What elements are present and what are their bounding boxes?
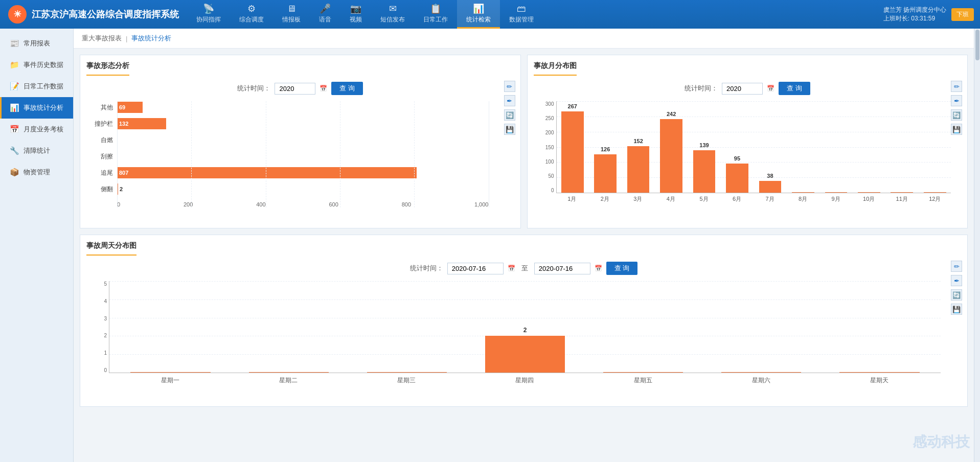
chart1-action-edit[interactable]: ✏ xyxy=(504,81,515,92)
chart1-action-save[interactable]: 💾 xyxy=(504,124,515,135)
chart3-date-to[interactable] xyxy=(534,263,590,274)
breadcrumb-major[interactable]: 重大事故报表 xyxy=(82,34,122,43)
sidebar-item-monthly[interactable]: 📅 月度业务考核 xyxy=(0,119,73,140)
sidebar-item-accident[interactable]: 📊 事故统计分析 xyxy=(0,97,73,119)
vbar-fill-mar: 152 xyxy=(627,146,650,193)
chart1-action-pen[interactable]: ✒ xyxy=(504,95,515,106)
chart3-ctrl-label: 统计时间： xyxy=(410,264,443,273)
chart1-title: 事故形态分析 xyxy=(86,61,129,76)
nav-item-sms[interactable]: ✉ 短信发布 xyxy=(371,0,414,29)
sidebar-icon-history: 📁 xyxy=(10,60,19,70)
nav-item-stats[interactable]: 📊 统计检索 xyxy=(457,0,500,29)
chart1-grid xyxy=(117,101,489,207)
nav-item-xietiao[interactable]: 📡 协同指挥 xyxy=(187,0,230,29)
vbar-fill-tue xyxy=(249,372,329,373)
chart3-y-axis: 0 1 2 3 4 5 xyxy=(86,281,107,373)
chart3-date-from[interactable] xyxy=(447,263,504,274)
logo-icon: ☀ xyxy=(8,5,27,24)
chart2-action-save[interactable]: 💾 xyxy=(951,124,962,135)
chart3-calendar-from-icon[interactable]: 📅 xyxy=(508,265,515,272)
chart3-action-save[interactable]: 💾 xyxy=(951,304,962,315)
nav-item-yuyin[interactable]: 🎤 语音 xyxy=(310,0,340,29)
chart2-title: 事故月分布图 xyxy=(534,61,577,76)
vbar-jun: 95 xyxy=(721,101,753,193)
vbar-val-mar: 152 xyxy=(633,138,643,144)
nav-icon-daily: 📋 xyxy=(430,3,441,14)
vbar-fill-oct xyxy=(858,192,880,193)
vbar-fill-apr: 242 xyxy=(660,119,682,193)
vbar-fill-jun: 95 xyxy=(726,164,748,193)
chart3-action-pen[interactable]: ✒ xyxy=(951,275,962,286)
app-body: 📰 常用报表 📁 事件历史数据 📝 日常工作数据 📊 事故统计分析 📅 月度业务… xyxy=(0,29,980,462)
hbar-label-guardrail: 撞护栏 xyxy=(86,120,116,128)
vbar-val-jul: 38 xyxy=(767,173,773,179)
sidebar-icon-materials: 📦 xyxy=(10,168,19,177)
vbar-val-feb: 126 xyxy=(601,146,610,152)
vbar-sat xyxy=(704,281,818,373)
chart3-query-button[interactable]: 查 询 xyxy=(606,262,638,275)
right-scrollbar[interactable] xyxy=(974,29,980,462)
vbar-val-jun: 95 xyxy=(734,155,740,161)
nav-icon-qingbao: 🖥 xyxy=(287,4,296,14)
vbar-wed xyxy=(350,281,464,373)
hbar-label-other: 其他 xyxy=(86,103,116,112)
chart-accident-form: 事故形态分析 统计时间： 📅 查 询 xyxy=(80,55,521,228)
vbar-tue xyxy=(232,281,346,373)
vbar-jan: 267 xyxy=(557,101,588,193)
vbar-jul: 38 xyxy=(754,101,786,193)
chart3-bars: 2 xyxy=(109,281,941,373)
chart1-year-input[interactable] xyxy=(275,83,315,95)
vbar-val-jan: 267 xyxy=(568,103,577,109)
nav-item-data[interactable]: 🗃 数据管理 xyxy=(500,0,543,29)
vbar-fill-dec xyxy=(924,192,946,193)
chart2-year-input[interactable] xyxy=(722,83,763,95)
header-logo: ☀ 江苏京沪高速公路综合调度指挥系统 xyxy=(0,5,187,24)
sidebar-item-materials[interactable]: 📦 物资管理 xyxy=(0,161,73,183)
vbar-feb: 126 xyxy=(589,101,621,193)
chart2-query-button[interactable]: 查 询 xyxy=(779,82,810,95)
vbar-fill-wed xyxy=(367,372,447,373)
scroll-thumb[interactable] xyxy=(975,30,979,60)
nav-item-qingbao[interactable]: 🖥 情报板 xyxy=(273,0,310,29)
chart1-query-button[interactable]: 查 询 xyxy=(331,82,363,95)
nav-items: 📡 协同指挥 ⚙ 综合调度 🖥 情报板 🎤 语音 📷 视频 ✉ 短信发布 📋 日… xyxy=(187,0,877,29)
chart3-action-edit[interactable]: ✏ xyxy=(951,261,962,272)
vbar-oct xyxy=(853,101,885,193)
nav-icon-stats: 📊 xyxy=(473,3,484,14)
main-content: 重大事故报表 | 事故统计分析 事故形态分析 统计时间： 📅 查 询 xyxy=(74,29,974,462)
chart3-controls: 统计时间： 📅 至 📅 查 询 xyxy=(86,262,961,275)
xiaban-button[interactable]: 下班 xyxy=(951,8,974,21)
vbar-fill-thu: 2 xyxy=(485,336,565,373)
chart2-x-labels: 1月 2月 3月 4月 5月 6月 7月 8月 9月 10月 11月 12月 xyxy=(556,195,951,203)
breadcrumb-sep: | xyxy=(126,35,127,42)
chart2-action-refresh[interactable]: 🔄 xyxy=(951,109,962,121)
vbar-fill-aug xyxy=(792,192,814,193)
chart3-calendar-to-icon[interactable]: 📅 xyxy=(595,265,602,272)
hbar-label-rollover: 侧翻 xyxy=(86,185,116,194)
sidebar-item-reports[interactable]: 📰 常用报表 xyxy=(0,33,73,54)
sidebar-icon-accident: 📊 xyxy=(10,103,19,112)
sidebar-item-history[interactable]: 📁 事件历史数据 xyxy=(0,54,73,76)
sidebar-item-daily-data[interactable]: 📝 日常工作数据 xyxy=(0,76,73,97)
chart1-actions: ✏ ✒ 🔄 💾 xyxy=(504,81,515,135)
chart1-bar-area: 其他 69 撞护栏 132 自燃 xyxy=(86,101,514,222)
nav-item-video[interactable]: 📷 视频 xyxy=(340,0,371,29)
chart3-x-labels: 星期一 星期二 星期三 星期四 星期五 星期六 星期天 xyxy=(109,376,941,385)
header-title: 江苏京沪高速公路综合调度指挥系统 xyxy=(32,8,179,20)
chart2-calendar-icon[interactable]: 📅 xyxy=(767,85,774,92)
vbar-fri xyxy=(586,281,700,373)
chart3-date-to-label: 至 xyxy=(521,264,528,273)
nav-item-daily[interactable]: 📋 日常工作 xyxy=(414,0,457,29)
chart1-action-refresh[interactable]: 🔄 xyxy=(504,109,515,121)
chart3-action-refresh[interactable]: 🔄 xyxy=(951,289,962,301)
chart1-calendar-icon[interactable]: 📅 xyxy=(320,85,327,92)
breadcrumb-accident-analysis[interactable]: 事故统计分析 xyxy=(131,34,171,43)
sidebar-item-qingzhang[interactable]: 🔧 清障统计 xyxy=(0,140,73,161)
chart2-action-edit[interactable]: ✏ xyxy=(951,81,962,92)
vbar-sep xyxy=(820,101,852,193)
vbar-val-thu: 2 xyxy=(523,327,527,334)
nav-item-zonghe[interactable]: ⚙ 综合调度 xyxy=(230,0,273,29)
nav-icon-video: 📷 xyxy=(350,3,361,14)
hbar-label-scratch: 刮擦 xyxy=(86,152,116,161)
chart2-action-pen[interactable]: ✒ xyxy=(951,95,962,106)
